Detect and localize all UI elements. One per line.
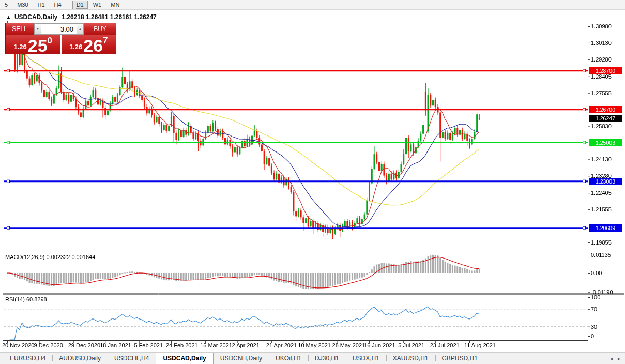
chart-title: ▲ USDCAD,Daily 1.26218 1.26481 1.26161 1… [6,13,157,21]
buy-price-point: 7 [103,36,108,46]
tab-usdcad[interactable]: USDCAD,Daily [156,353,213,364]
date-axis-label: 5 Feb 2021 [134,342,163,348]
price-axis-label: 1.22405 [591,190,612,196]
timeframe-button-d1[interactable]: D1 [72,1,88,9]
price-axis-label: 1.21555 [591,206,612,213]
date-axis-label: 18 Jan 2021 [100,342,131,348]
timeframe-button-mn[interactable]: MN [106,1,124,9]
tab-ukoil[interactable]: UKOil,H1 [269,353,308,364]
macd-indicator-label: MACD(12,26,9) 0.002322 0.001644 [5,254,95,260]
tab-audusd[interactable]: AUDUSD,Daily [52,353,108,364]
tab-dj30[interactable]: DJ30,H1 [308,353,346,364]
mt4-window: 5M30H1H4D1W1MN ▲ USDCAD,Daily 1.26218 1.… [0,0,625,364]
level-price-chip: 1.28700 [589,67,622,74]
timeframe-button-h1[interactable]: H1 [34,1,49,9]
tab-scroll-right-icon[interactable]: ▸ [618,356,620,361]
date-axis-label: 10 May 2021 [298,342,331,348]
date-axis-label: 16 Jun 2021 [364,342,395,348]
volume-decrease-button[interactable]: ▼ [34,23,41,35]
level-price-chip: 1.23003 [589,178,622,185]
ohlc-values: 1.26218 1.26481 1.26161 1.26247 [62,13,157,21]
date-axis-label: 23 Jul 2021 [430,342,460,348]
price-axis-label: 1.29280 [591,56,612,63]
price-axis-label: 1.19855 [591,239,612,246]
price-axis-label: 1.27555 [591,90,612,96]
sell-price-pips: 25 [28,38,48,53]
current-price-chip: 1.26247 [589,115,622,122]
tab-usdx[interactable]: USDX,H1 [346,353,386,364]
date-axis-label: 15 Mar 2021 [200,342,232,348]
symbol-period-label: USDCAD,Daily [14,13,57,21]
date-axis-label: 28 May 2021 [332,342,365,348]
timeframe-button-5[interactable]: 5 [1,1,12,9]
date-axis-label: 20 Nov 2020 [2,342,34,348]
rsi-axis-label: 30 [591,324,597,330]
macd-axis-label: 0.00 [591,270,602,276]
rsi-indicator-label: RSI(14) 60.8298 [5,296,47,302]
chart-tab-bar: EURUSD,H4AUDUSD,DailyUSDCHF,H4USDCAD,Dai… [0,352,625,364]
date-axis-label: 29 Dec 2020 [68,342,100,348]
rsi-axis-label: 70 [591,306,597,312]
volume-increase-button[interactable]: ▲ [77,23,84,35]
buy-price-pips: 26 [83,38,103,53]
level-price-chip: 1.25003 [589,139,622,146]
date-axis-label: 9 Dec 2020 [34,342,63,348]
timeframe-toolbar: 5M30H1H4D1W1MN [0,0,625,10]
tab-eurusd[interactable]: EURUSD,H4 [3,353,52,364]
tab-scroll-buttons: ◂▸ [610,353,625,364]
volume-input[interactable] [41,23,77,35]
collapse-panel-icon[interactable]: ▲ [6,14,11,20]
sell-price-display[interactable]: 1.26 25 0 [6,35,62,54]
date-axis-label: 21 Apr 2021 [266,342,297,348]
sell-price-point: 0 [48,36,52,46]
buy-button[interactable]: BUY [84,23,116,35]
price-axis-label: 1.30130 [591,40,612,46]
timeframe-button-m30[interactable]: M30 [13,1,32,9]
level-price-chip: 1.26700 [589,106,622,113]
date-axis-label: 5 Jul 2021 [398,342,424,348]
toolbar-separator [69,2,69,8]
tab-usdcnh[interactable]: USDCNH,Daily [214,353,269,364]
sell-button[interactable]: SELL [6,23,34,35]
tab-xauusd[interactable]: XAUUSD,H1 [386,353,435,364]
level-price-chip: 1.20609 [589,224,622,232]
sell-price-prefix: 1.26 [13,43,26,51]
tab-usdchf[interactable]: USDCHF,H4 [108,353,156,364]
one-click-trade-panel: SELL ▼ ▲ BUY 1.26 25 0 1.26 26 7 [5,23,116,54]
price-axis-label: 1.30980 [591,23,612,29]
price-axis-label: 1.25830 [591,123,612,129]
timeframe-button-h4[interactable]: H4 [50,1,66,9]
rsi-axis-label: 100 [591,294,600,300]
buy-price-prefix: 1.26 [69,43,82,51]
rsi-axis-label: 0 [591,333,594,339]
buy-price-display[interactable]: 1.26 26 7 [62,35,116,54]
date-axis-label: 24 Feb 2021 [166,342,198,348]
price-axis-label: 1.24130 [591,156,612,162]
macd-axis-label: 0.01135 [591,252,611,258]
timeframe-button-w1[interactable]: W1 [89,1,106,9]
date-axis-label: 11 Aug 2021 [464,342,496,348]
tab-gbpusd[interactable]: GBPUSD,H1 [435,353,484,364]
tab-scroll-left-icon[interactable]: ◂ [610,356,613,361]
date-axis-label: 2 Apr 2021 [232,342,260,348]
